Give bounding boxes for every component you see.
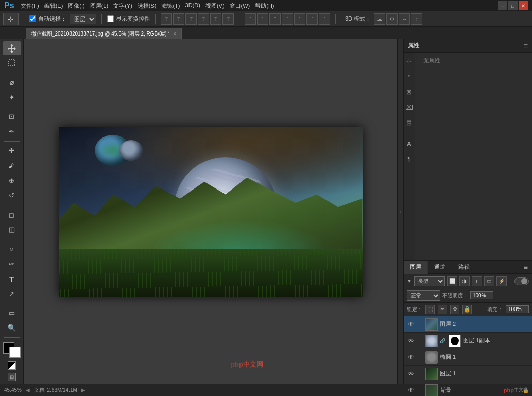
menu-layer[interactable]: 图层(L): [90, 2, 108, 10]
layer-row-ellipse1[interactable]: 👁 椭圆 1: [404, 349, 532, 366]
tab-layers[interactable]: 图层: [404, 261, 428, 274]
text-tool[interactable]: T: [3, 272, 21, 286]
show-transform-input[interactable]: [107, 15, 114, 22]
layer-row-layer1copy[interactable]: 👁 🔗 图层 1副本: [404, 333, 532, 349]
align-left-btn[interactable]: ⌶: [198, 13, 209, 25]
close-button[interactable]: ✕: [519, 1, 528, 10]
filter-icon-smart[interactable]: ⚡: [496, 276, 507, 286]
menu-view[interactable]: 视图(V): [205, 2, 225, 10]
align-middle-btn[interactable]: ⌶: [173, 13, 184, 25]
shape-tool[interactable]: ▭: [3, 306, 21, 320]
menu-filter[interactable]: 滤镜(T): [161, 2, 180, 10]
tab-paths[interactable]: 路径: [452, 261, 476, 274]
auto-select-dropdown[interactable]: 图层: [70, 14, 96, 24]
eye-icon-layer1copy[interactable]: 👁: [407, 337, 415, 345]
prop-icon-align[interactable]: ⌧: [403, 101, 416, 113]
filter-toggle[interactable]: [514, 277, 529, 285]
history-brush-tool[interactable]: ↺: [3, 188, 21, 202]
align-bottom-btn[interactable]: ⌶: [185, 13, 197, 25]
layer-row-layer1[interactable]: 👁 图层 1: [404, 366, 532, 382]
lock-transparent-btn[interactable]: ⬚: [425, 305, 435, 314]
menu-window[interactable]: 窗口(W): [230, 2, 250, 10]
dist-btn4[interactable]: ⋮: [282, 13, 293, 25]
crop-tool[interactable]: ⊡: [3, 110, 21, 124]
eye-icon-layer2[interactable]: 👁: [407, 320, 415, 329]
status-arrow-left[interactable]: ◀: [26, 387, 30, 393]
pen-tool[interactable]: ✑: [3, 257, 21, 271]
align-center-btn[interactable]: ⌶: [210, 13, 221, 25]
quick-select-tool[interactable]: ✦: [3, 90, 21, 104]
prop-icon-text[interactable]: A: [403, 137, 416, 150]
status-arrow-right[interactable]: ▶: [81, 387, 85, 393]
lock-pixels-btn[interactable]: ✒: [438, 305, 447, 314]
layer-row-layer2[interactable]: 👁 图层 2: [404, 316, 532, 333]
3d-btn3[interactable]: ↔: [399, 13, 410, 25]
lock-all-btn[interactable]: 🔒: [462, 305, 472, 314]
show-transform-checkbox[interactable]: 显示变换控件: [107, 15, 150, 23]
3d-btn1[interactable]: ☁: [374, 13, 385, 25]
align-top-btn[interactable]: ⌶: [161, 13, 172, 25]
menu-help[interactable]: 帮助(H): [255, 2, 274, 10]
filter-icon-shape[interactable]: ▭: [484, 276, 494, 286]
gradient-tool[interactable]: ◫: [3, 223, 21, 237]
eye-icon-layer1[interactable]: 👁: [407, 370, 415, 378]
dodge-tool[interactable]: ○: [3, 242, 21, 256]
3d-btn2[interactable]: ⚙: [386, 13, 398, 25]
document-tab[interactable]: 微信截图_20210820133717.jpg @ 45.5% (图层 2, R…: [26, 28, 182, 39]
auto-select-checkbox[interactable]: 自动选择：: [29, 15, 66, 23]
menu-edit[interactable]: 编辑(E): [44, 2, 63, 10]
menu-text[interactable]: 文字(Y): [113, 2, 132, 10]
filter-type-select[interactable]: 类型: [414, 276, 445, 286]
tab-close-icon[interactable]: ×: [173, 31, 176, 37]
color-swatch[interactable]: [3, 342, 21, 358]
spot-heal-tool[interactable]: ✤: [3, 144, 21, 158]
marquee-tool[interactable]: [3, 56, 21, 70]
background-color[interactable]: [9, 347, 21, 358]
zoom-tool[interactable]: 🔍: [3, 321, 21, 335]
panel-collapse-handle[interactable]: ‹: [397, 39, 403, 384]
prop-icon-warp[interactable]: ⊠: [403, 85, 416, 98]
prop-icon-move[interactable]: ⊹: [403, 55, 416, 67]
layers-panel-menu[interactable]: ≡: [520, 263, 532, 271]
dist-btn5[interactable]: ⋮: [294, 13, 305, 25]
lock-position-btn[interactable]: ✥: [450, 305, 459, 314]
3d-btn4[interactable]: ↕: [411, 13, 422, 25]
minimize-button[interactable]: ─: [498, 1, 507, 10]
prop-icon-transform[interactable]: ⌖: [403, 70, 416, 82]
lasso-tool[interactable]: ⌀: [3, 76, 21, 90]
canvas-area[interactable]: php中文网: [24, 39, 397, 384]
prop-icon-dist[interactable]: ⊟: [403, 116, 416, 129]
menu-image[interactable]: 图像(I): [68, 2, 84, 10]
align-right-btn[interactable]: ⌶: [222, 13, 234, 25]
dist-btn7[interactable]: ⋮: [319, 13, 330, 25]
screen-mode[interactable]: ⊞: [3, 372, 21, 382]
move-tool-icon[interactable]: ⊹: [3, 13, 19, 25]
eye-icon-ellipse1[interactable]: 👁: [407, 353, 415, 361]
menu-3d[interactable]: 3D(D): [185, 2, 200, 10]
dist-btn6[interactable]: ⋮: [306, 13, 318, 25]
dist-btn2[interactable]: ⋮: [257, 13, 268, 25]
quick-mask[interactable]: [3, 361, 21, 370]
menu-file[interactable]: 文件(F): [21, 2, 39, 10]
dist-btn3[interactable]: ⋮: [269, 13, 281, 25]
opacity-input[interactable]: [470, 291, 493, 299]
maximize-button[interactable]: □: [508, 1, 518, 10]
filter-icon-pixel[interactable]: ⬜: [447, 276, 457, 286]
path-select-tool[interactable]: ↗: [3, 287, 21, 301]
tab-channels[interactable]: 通道: [428, 261, 452, 274]
prop-icon-para[interactable]: ¶: [403, 153, 416, 165]
eraser-tool[interactable]: ◻: [3, 208, 21, 222]
auto-select-input[interactable]: [29, 15, 36, 22]
properties-panel-menu[interactable]: ≡: [524, 42, 528, 50]
dist-btn1[interactable]: ⋮: [245, 13, 256, 25]
fill-input[interactable]: [506, 305, 529, 313]
filter-icon-adjust[interactable]: ◑: [459, 276, 470, 286]
brush-tool[interactable]: 🖌: [3, 159, 21, 173]
eye-icon-background[interactable]: 👁: [407, 386, 415, 394]
filter-icon-text[interactable]: T: [472, 276, 482, 286]
move-tool[interactable]: [3, 41, 21, 55]
menu-select[interactable]: 选择(S): [138, 2, 157, 10]
eyedropper-tool[interactable]: ✒: [3, 125, 21, 139]
blend-mode-select[interactable]: 正常: [407, 290, 440, 301]
clone-tool[interactable]: ⊕: [3, 174, 21, 187]
